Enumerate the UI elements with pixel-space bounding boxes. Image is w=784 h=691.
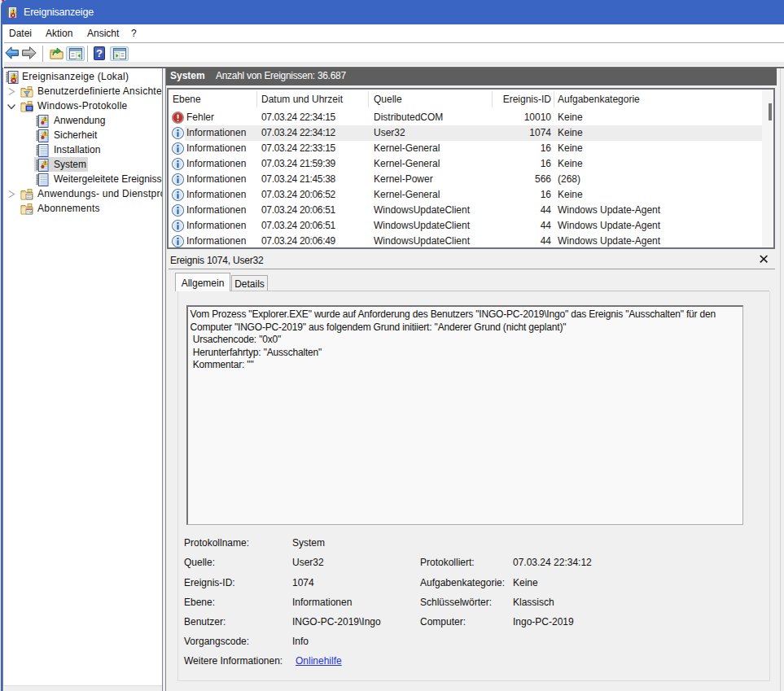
svg-text:?: ? xyxy=(96,47,103,59)
